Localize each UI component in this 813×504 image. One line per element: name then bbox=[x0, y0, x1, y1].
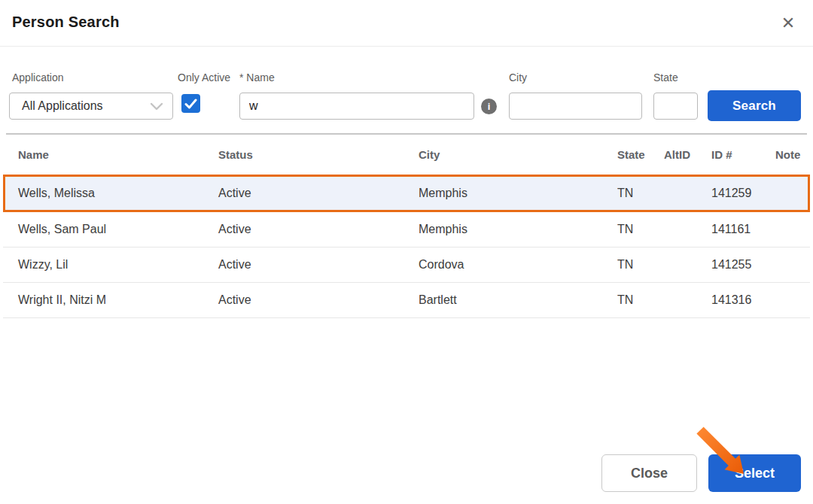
cell-city: Memphis bbox=[419, 187, 617, 200]
col-header-id: ID # bbox=[711, 148, 775, 161]
cell-name: Wells, Sam Paul bbox=[18, 223, 218, 236]
col-header-altid: AltID bbox=[664, 148, 711, 161]
application-dropdown[interactable]: All Applications bbox=[9, 93, 173, 120]
cell-id: 141255 bbox=[711, 258, 775, 272]
cell-state: TN bbox=[617, 258, 664, 272]
table-row[interactable]: Wells, Sam Paul Active Memphis TN 141161 bbox=[3, 212, 810, 247]
state-input[interactable] bbox=[653, 93, 698, 120]
cell-state: TN bbox=[617, 187, 664, 200]
table-row[interactable]: Wright II, Nitzi M Active Bartlett TN 14… bbox=[3, 283, 810, 318]
cell-name: Wizzy, Lil bbox=[18, 258, 218, 272]
close-button[interactable]: Close bbox=[601, 454, 697, 492]
checkmark-icon bbox=[184, 99, 197, 109]
state-label: State bbox=[653, 71, 678, 83]
table-header-row: Name Status City State AltID ID # Note bbox=[3, 135, 810, 174]
city-label: City bbox=[509, 71, 527, 83]
info-icon[interactable]: i bbox=[481, 99, 497, 114]
only-active-label: Only Active bbox=[178, 71, 230, 83]
cell-name: Wells, Melissa bbox=[18, 187, 218, 200]
col-header-note: Note bbox=[775, 148, 810, 161]
cell-name: Wright II, Nitzi M bbox=[18, 293, 218, 307]
cell-city: Cordova bbox=[419, 258, 617, 272]
col-header-name: Name bbox=[18, 148, 218, 161]
select-button[interactable]: Select bbox=[708, 454, 801, 492]
col-header-city: City bbox=[419, 148, 617, 161]
cell-status: Active bbox=[218, 187, 419, 200]
only-active-checkbox[interactable] bbox=[181, 94, 200, 113]
cell-id: 141259 bbox=[711, 187, 775, 200]
close-icon[interactable]: ✕ bbox=[777, 12, 799, 35]
cell-state: TN bbox=[617, 293, 664, 307]
results-table: Wells, Melissa Active Memphis TN 141259 … bbox=[3, 175, 810, 318]
table-row[interactable]: Wizzy, Lil Active Cordova TN 141255 bbox=[3, 247, 810, 283]
cell-id: 141161 bbox=[711, 223, 775, 236]
city-input[interactable] bbox=[509, 93, 642, 120]
cell-status: Active bbox=[218, 258, 419, 272]
cell-city: Memphis bbox=[419, 223, 617, 236]
filter-bar: Application Only Active * Name City Stat… bbox=[0, 47, 813, 134]
cell-state: TN bbox=[617, 223, 664, 236]
cell-id: 141316 bbox=[711, 293, 775, 307]
cell-status: Active bbox=[218, 223, 419, 236]
table-row-selected[interactable]: Wells, Melissa Active Memphis TN 141259 bbox=[3, 175, 810, 212]
modal-header: Person Search ✕ bbox=[0, 0, 813, 47]
application-dropdown-value: All Applications bbox=[22, 99, 150, 113]
name-label: * Name bbox=[239, 71, 275, 83]
application-label: Application bbox=[12, 71, 64, 83]
chevron-down-icon bbox=[150, 102, 163, 111]
modal-title: Person Search bbox=[12, 14, 120, 31]
person-search-modal: Person Search ✕ Application Only Active … bbox=[0, 0, 813, 504]
col-header-status: Status bbox=[218, 148, 419, 161]
cell-city: Bartlett bbox=[419, 293, 617, 307]
search-button[interactable]: Search bbox=[708, 90, 801, 121]
cell-status: Active bbox=[218, 293, 419, 307]
col-header-state: State bbox=[617, 148, 664, 161]
name-input[interactable] bbox=[239, 93, 474, 120]
